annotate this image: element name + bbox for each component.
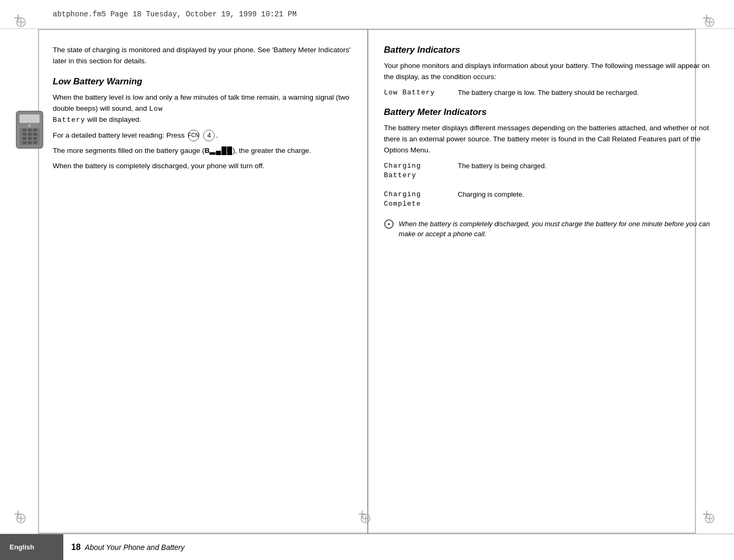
indicator-low-battery-row: Low Battery The battery charge is low. T… bbox=[384, 88, 713, 98]
phone-screen bbox=[20, 114, 40, 123]
charging-complete-desc: Charging is complete. bbox=[458, 190, 713, 199]
phone-icon bbox=[16, 111, 43, 149]
key-4: 4 bbox=[203, 130, 215, 141]
header-text: abtphone.fm5 Page 18 Tuesday, October 19… bbox=[53, 10, 297, 18]
footer-bar: English 18 About Your Phone and Battery bbox=[0, 534, 734, 560]
header-bar: abtphone.fm5 Page 18 Tuesday, October 19… bbox=[0, 0, 734, 29]
footer-language-tab: English bbox=[0, 534, 63, 560]
main-content: The state of charging is monitored and d… bbox=[0, 29, 734, 534]
battery-gauge: B▂▄██ bbox=[204, 147, 232, 155]
left-column: The state of charging is monitored and d… bbox=[0, 29, 367, 534]
note-icon-dot bbox=[388, 223, 390, 225]
right-column: Battery Indicators Your phone monitors a… bbox=[367, 29, 735, 534]
low-battery-para1-text: When the battery level is low and only a… bbox=[53, 93, 349, 123]
lcd-low-battery: LowBattery bbox=[53, 105, 163, 124]
crosshair-top-left: ⊕ bbox=[15, 15, 31, 31]
footer-page-info: 18 About Your Phone and Battery bbox=[63, 543, 185, 552]
phone-icon-area bbox=[16, 111, 47, 153]
battery-indicators-intro: Your phone monitors and displays informa… bbox=[384, 61, 713, 83]
low-battery-para3: The more segments filled on the battery … bbox=[53, 146, 351, 157]
low-battery-para4: When the battery is completely discharge… bbox=[53, 161, 351, 172]
low-battery-label: Low Battery bbox=[384, 88, 458, 98]
intro-text: The state of charging is monitored and d… bbox=[53, 45, 351, 67]
footer-page-label: About Your Phone and Battery bbox=[85, 543, 185, 552]
charging-battery-label: ChargingBattery bbox=[384, 161, 458, 180]
charging-complete-label: ChargingComplete bbox=[384, 190, 458, 209]
indicator-charging-complete-row: ChargingComplete Charging is complete. bbox=[384, 190, 713, 209]
footer-page-number: 18 bbox=[71, 543, 81, 552]
note-text: When the battery is completely discharge… bbox=[399, 219, 713, 239]
crosshair-top-right: ⊕ bbox=[703, 15, 719, 31]
low-battery-para2: For a detailed battery level reading: Pr… bbox=[53, 130, 351, 141]
fcn-key: FCN bbox=[188, 130, 199, 141]
footer-language-label: English bbox=[9, 543, 34, 551]
low-battery-lcd: Low Battery bbox=[384, 89, 435, 96]
indicator-charging-battery-row: ChargingBattery The battery is being cha… bbox=[384, 161, 713, 180]
phone-body bbox=[20, 128, 40, 145]
note-row: When the battery is completely discharge… bbox=[384, 219, 713, 239]
charging-battery-lcd: ChargingBattery bbox=[384, 162, 421, 179]
note-icon bbox=[384, 219, 394, 229]
section-low-battery-heading: Low Battery Warning bbox=[53, 76, 351, 87]
low-battery-para1: When the battery level is low and only a… bbox=[53, 92, 351, 125]
charging-battery-desc: The battery is being charged. bbox=[458, 161, 713, 171]
low-battery-desc: The battery charge is low. The battery s… bbox=[458, 88, 713, 98]
battery-indicators-heading: Battery Indicators bbox=[384, 45, 713, 55]
battery-meter-indicators-heading: Battery Meter Indicators bbox=[384, 107, 713, 118]
battery-meter-intro: The battery meter displays different mes… bbox=[384, 123, 713, 156]
charging-complete-lcd: ChargingComplete bbox=[384, 190, 421, 208]
